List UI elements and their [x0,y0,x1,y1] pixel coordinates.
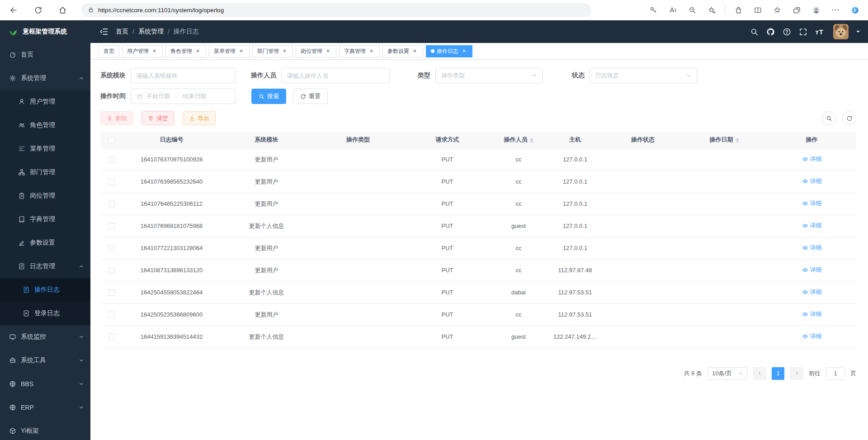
detail-link[interactable]: 详细 [802,310,822,318]
collections-icon[interactable] [789,3,804,17]
view-tab[interactable]: 参数设置 × [382,45,423,57]
tab-close-icon[interactable]: × [194,48,201,55]
next-page-button[interactable] [790,367,803,380]
col-date[interactable]: 操作日期 [681,132,767,148]
sidebar-item-parameters[interactable]: 参数设置 [0,231,90,255]
back-button[interactable] [5,2,22,18]
date-range-picker[interactable]: 开始日期 - 结束日期 [131,89,236,104]
goto-page-input[interactable] [826,367,845,380]
delete-button[interactable]: 删除 [100,111,133,125]
favorites-icon[interactable] [769,3,785,17]
sidebar-item-users[interactable]: 用户管理 [0,90,90,114]
fullscreen-icon[interactable] [799,28,807,36]
export-button[interactable]: 导出 [183,111,216,125]
breadcrumb-home[interactable]: 首页 [116,28,128,36]
sidebar-item-departments[interactable]: 部门管理 [0,161,90,184]
tab-close-icon[interactable]: × [368,48,375,55]
refresh-table-button[interactable] [842,111,856,125]
detail-link[interactable]: 详细 [802,288,822,296]
tab-close-icon[interactable]: × [151,48,158,55]
sidebar-item-erp[interactable]: ERP [0,396,90,419]
sidebar-item-logs[interactable]: 日志管理 [0,255,90,278]
detail-link[interactable]: 详细 [802,222,822,230]
module-input[interactable] [131,68,236,83]
view-tab[interactable]: 部门管理 × [252,45,293,57]
sort-carets[interactable] [736,136,739,144]
sidebar-item-home[interactable]: 首页 [0,43,90,66]
detail-link[interactable]: 详细 [802,199,822,208]
search-icon[interactable] [750,28,759,36]
more-menu-icon[interactable]: ⋯ [828,3,843,17]
page-size-select[interactable]: 10条/页 [708,367,747,380]
extensions-icon[interactable] [731,3,746,17]
detail-link[interactable]: 详细 [802,244,822,252]
clear-button[interactable]: 清空 [142,111,175,125]
toggle-search-button[interactable] [822,111,836,125]
sidebar-item-dictionaries[interactable]: 字典管理 [0,208,90,231]
view-tab[interactable]: 菜单管理 × [209,45,250,57]
split-screen-icon[interactable] [750,3,765,17]
row-checkbox[interactable] [108,223,115,229]
reset-button[interactable]: 重置 [293,89,328,104]
view-tab[interactable]: 字典管理 × [339,45,380,57]
row-checkbox[interactable] [108,201,115,207]
hamburger-icon[interactable] [99,27,108,36]
refresh-button[interactable] [30,2,46,18]
col-operator[interactable]: 操作人员 [491,132,546,148]
read-aloud-icon[interactable] [665,3,680,17]
row-checkbox[interactable] [108,267,115,274]
bing-chat-icon[interactable]: b [847,3,863,17]
help-icon[interactable] [783,28,791,36]
font-size-icon[interactable]: тT [815,28,824,36]
home-button[interactable] [54,2,71,18]
sidebar-item-menus[interactable]: 菜单管理 [0,137,90,161]
avatar[interactable] [833,24,849,39]
sidebar-item-tools[interactable]: 系统工具 [0,349,90,372]
password-key-icon[interactable] [646,3,661,17]
detail-link[interactable]: 详细 [802,177,822,185]
sidebar-item-roles[interactable]: 角色管理 [0,114,90,137]
row-checkbox[interactable] [108,334,115,340]
select-all-checkbox[interactable] [108,137,115,143]
breadcrumb-system[interactable]: 系统管理 [138,28,164,36]
row-checkbox[interactable] [108,156,115,163]
search-button[interactable]: 搜索 [251,89,286,104]
detail-link[interactable]: 详细 [802,332,822,341]
app-logo[interactable]: 意框架管理系统 [0,20,90,43]
sidebar-item-posts[interactable]: 岗位管理 [0,184,90,208]
tab-close-icon[interactable]: × [281,48,288,55]
sidebar-item-yi-frame[interactable]: Yi框架 [0,419,90,440]
github-icon[interactable] [766,28,775,36]
sidebar-item-operation-log[interactable]: 操作日志 [0,278,90,302]
row-checkbox[interactable] [108,179,115,185]
sidebar-item-monitor[interactable]: 系统监控 [0,325,90,349]
address-bar[interactable]: https://ccnetcore.com:1101/system/log/op… [81,3,591,17]
row-checkbox[interactable] [108,312,115,318]
avatar-caret-icon[interactable] [856,31,860,34]
zoom-out-icon[interactable] [684,3,700,17]
profile-icon[interactable] [808,3,824,17]
sidebar-item-login-log[interactable]: 登录日志 [0,302,90,325]
view-tab[interactable]: 操作日志 × [426,45,472,57]
favorite-add-icon[interactable] [704,3,719,17]
tab-close-icon[interactable]: × [325,48,331,55]
detail-link[interactable]: 详细 [802,266,822,274]
sort-carets[interactable] [530,136,533,144]
sidebar-item-system[interactable]: 系统管理 [0,66,90,90]
status-select[interactable]: 日志状态 [590,68,697,83]
sidebar-item-bbs[interactable]: BBS [0,372,90,396]
tab-close-icon[interactable]: × [238,48,245,55]
prev-page-button[interactable] [753,367,766,380]
page-number-1[interactable]: 1 [772,367,784,380]
view-tab[interactable]: 首页 × [99,45,119,57]
view-tab[interactable]: 用户管理 × [122,45,163,57]
detail-link[interactable]: 详细 [802,155,822,163]
view-tab[interactable]: 岗位管理 × [296,45,336,57]
row-checkbox[interactable] [108,245,115,251]
tab-close-icon[interactable]: × [461,48,467,55]
operator-input[interactable] [281,68,390,83]
view-tab[interactable]: 角色管理 × [165,45,206,57]
type-select[interactable]: 操作类型 [435,68,543,83]
tab-close-icon[interactable]: × [411,48,418,55]
row-checkbox[interactable] [108,289,115,296]
